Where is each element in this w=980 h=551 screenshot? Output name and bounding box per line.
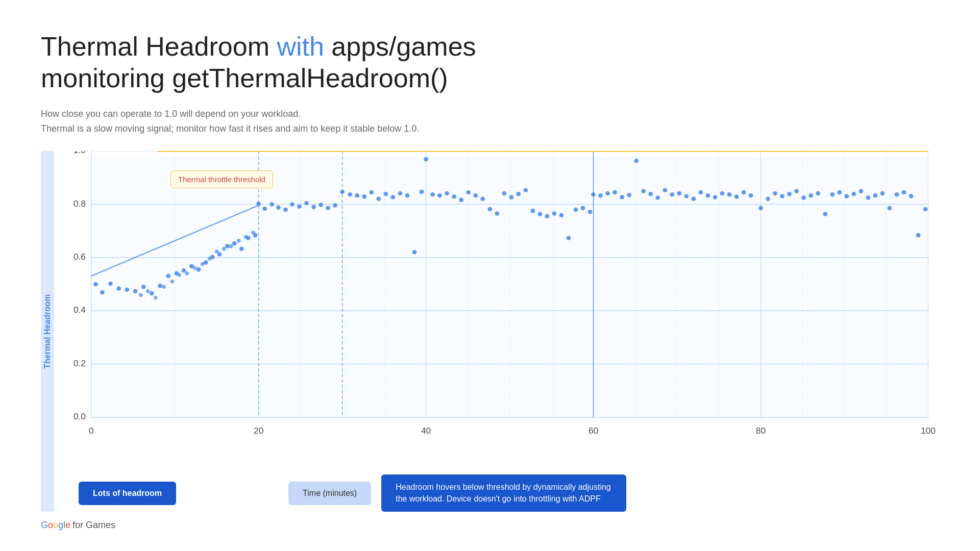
svg-point-172	[251, 231, 255, 234]
chart-svg: 0.0 0.2 0.4 0.6 0.8 1.0 0 20 40 60 80 10…	[58, 151, 939, 466]
svg-point-73	[333, 204, 337, 208]
svg-point-101	[531, 209, 535, 213]
svg-point-135	[773, 191, 777, 196]
svg-point-57	[225, 244, 230, 249]
svg-point-165	[201, 262, 205, 266]
svg-point-160	[162, 285, 166, 289]
svg-point-92	[466, 190, 471, 195]
svg-point-96	[495, 212, 499, 216]
svg-point-167	[215, 250, 219, 254]
svg-point-159	[154, 296, 158, 299]
svg-point-164	[193, 266, 197, 270]
svg-point-171	[244, 235, 248, 239]
svg-point-150	[880, 191, 885, 196]
svg-point-161	[170, 280, 175, 283]
svg-point-103	[545, 214, 550, 219]
svg-point-65	[276, 206, 281, 210]
svg-text:100: 100	[921, 425, 936, 436]
svg-point-119	[655, 196, 660, 201]
svg-text:1.0: 1.0	[74, 151, 86, 155]
chart-area: Thermal Headroom	[41, 151, 939, 512]
svg-point-108	[581, 206, 585, 211]
google-text: Google	[41, 520, 70, 531]
y-axis-label: Thermal Headroom	[41, 151, 54, 512]
page: Thermal Headroom with apps/games monitor…	[0, 0, 980, 551]
svg-point-77	[362, 195, 366, 199]
svg-text:20: 20	[254, 425, 263, 436]
svg-point-105	[559, 213, 564, 218]
svg-point-89	[445, 191, 449, 196]
svg-point-109	[588, 210, 593, 214]
svg-point-169	[229, 244, 233, 248]
svg-point-44	[125, 288, 130, 292]
svg-text:0.6: 0.6	[74, 252, 86, 262]
page-title: Thermal Headroom with apps/games monitor…	[41, 31, 939, 94]
svg-point-154	[909, 194, 914, 199]
svg-point-64	[270, 203, 274, 207]
svg-point-63	[262, 207, 267, 211]
subtitle: How close you can operate to 1.0 will de…	[41, 107, 939, 136]
svg-point-95	[487, 207, 492, 212]
svg-point-156	[923, 207, 928, 212]
svg-point-129	[727, 192, 732, 197]
svg-point-98	[509, 195, 513, 200]
svg-point-97	[502, 191, 506, 196]
svg-point-62	[256, 202, 261, 206]
svg-point-42	[108, 282, 113, 286]
svg-point-53	[197, 267, 201, 272]
svg-point-87	[430, 192, 435, 197]
svg-point-125	[699, 190, 703, 195]
svg-point-104	[552, 212, 557, 216]
svg-point-117	[641, 189, 646, 194]
svg-point-143	[830, 192, 835, 197]
svg-point-166	[208, 257, 212, 261]
svg-text:60: 60	[589, 425, 598, 436]
svg-point-115	[627, 193, 631, 197]
svg-point-81	[391, 195, 396, 200]
svg-point-152	[895, 192, 899, 197]
svg-point-69	[304, 201, 309, 206]
svg-point-66	[283, 208, 288, 212]
svg-text:40: 40	[421, 425, 431, 436]
svg-point-149	[873, 193, 878, 198]
svg-point-100	[524, 188, 528, 193]
svg-point-124	[692, 197, 696, 202]
svg-point-147	[859, 189, 864, 194]
annotations-row: Lots of headroom Time (minutes) Headroom…	[58, 474, 939, 512]
svg-point-132	[749, 193, 753, 198]
svg-point-148	[866, 196, 871, 201]
svg-text:0.0: 0.0	[74, 412, 86, 422]
svg-point-71	[318, 203, 323, 208]
svg-point-134	[766, 197, 770, 202]
svg-point-94	[480, 197, 485, 202]
svg-point-86	[424, 157, 428, 162]
svg-point-133	[758, 206, 763, 211]
svg-point-141	[816, 191, 820, 196]
svg-point-99	[517, 192, 521, 196]
svg-point-139	[801, 196, 806, 201]
svg-point-82	[398, 191, 403, 196]
svg-point-46	[141, 285, 146, 289]
svg-point-136	[780, 194, 785, 199]
svg-point-107	[574, 208, 578, 212]
svg-point-80	[384, 192, 388, 196]
title-highlight: with	[277, 32, 324, 61]
svg-point-72	[326, 206, 330, 211]
svg-point-68	[297, 205, 302, 209]
svg-text:80: 80	[756, 425, 766, 436]
svg-point-88	[437, 193, 442, 198]
title-part2: apps/games	[324, 32, 476, 61]
svg-point-78	[369, 190, 374, 195]
svg-point-48	[158, 284, 162, 288]
svg-point-93	[473, 193, 478, 198]
subtitle-line1: How close you can operate to 1.0 will de…	[41, 107, 939, 121]
svg-point-123	[684, 194, 689, 199]
svg-point-114	[620, 195, 624, 200]
chart-inner: 0.0 0.2 0.4 0.6 0.8 1.0 0 20 40 60 80 10…	[58, 151, 939, 466]
svg-point-158	[146, 289, 150, 293]
svg-point-41	[100, 290, 105, 295]
svg-point-112	[605, 191, 610, 196]
svg-point-137	[787, 192, 792, 196]
svg-point-116	[634, 159, 639, 163]
svg-point-163	[185, 271, 189, 275]
